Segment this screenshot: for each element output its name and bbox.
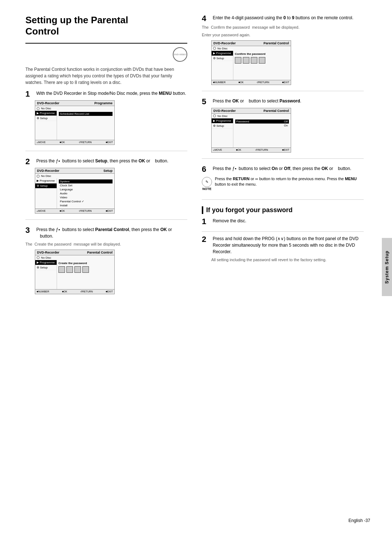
step-6-header: 6 Press the ƒ▪ buttons to select On or O… — [202, 165, 364, 173]
step-5-password-item: Password — [235, 120, 283, 124]
step-6-number: 6 — [202, 165, 210, 173]
intro-text: The Parental Control function works in c… — [25, 66, 187, 86]
step-5-screen-body: ▶ Programme ⚙ Setup Password Off On — [212, 118, 291, 147]
step-5-screen: DVD-Recorder Parental Control No Disc ▶ … — [211, 108, 291, 153]
step-3-programme: ▶ Programme — [35, 260, 57, 265]
step-3-screen-header: DVD-Recorder Parental Control — [35, 250, 114, 255]
step-3-text: Press the ƒ▪ buttons to select Parental … — [36, 226, 187, 239]
step-5-no-disc: No Disc — [212, 114, 291, 118]
step-5-screen-header: DVD-Recorder Parental Control — [212, 108, 291, 114]
content: Setting up the Parental Control DVD-VIDE… — [0, 0, 382, 534]
step-2-system: System — [59, 179, 113, 183]
step-1-no-disc: No Disc — [35, 106, 114, 111]
step-3-screen-body: ▶ Programme ⚙ Setup Create the password — [35, 260, 114, 289]
step-3-password-boxes — [58, 266, 113, 273]
step-2-number: 2 — [25, 158, 33, 166]
forgot-step-2: 2 Press and hold down the PROG (∧∨) butt… — [202, 235, 364, 263]
step-4-header: 4 Enter the 4-digit password using the 0… — [202, 15, 364, 23]
page-title: Setting up the Parental Control — [25, 15, 187, 37]
step-2-screen-body: ▶ Programme ⚙ Setup System Clock Set Lan… — [35, 178, 114, 209]
forgot-step-2-header: 2 Press and hold down the PROG (∧∨) butt… — [202, 235, 364, 255]
step-1-menu-setup: ⚙ Setup — [35, 116, 57, 121]
step-2-header: 2 Press the ƒ▪ buttons to select Setup, … — [25, 158, 187, 166]
forgot-step-2-subtext: All setting including the password will … — [211, 257, 364, 263]
disc-circle-icon-4 — [213, 47, 216, 50]
step-4-block: 4 Enter the 4-digit password using the 0… — [202, 15, 364, 91]
pwd-box-2 — [66, 266, 73, 273]
step-4-right-content: Confirm the password — [233, 51, 291, 80]
step-2-video: Video — [59, 195, 113, 199]
step-3-screen-footer: ■NUMBER ■OK ↺RETURN ■EXIT — [35, 289, 114, 294]
pwd-box-c2 — [243, 57, 249, 64]
step-5-menu-row: Password Off On — [235, 120, 289, 128]
step-1-scheduled: Scheduled Record List — [59, 112, 113, 116]
step-2-screen: DVD-Recorder Setup No Disc ▶ Programme ⚙… — [35, 168, 115, 214]
step-5-on-option: On — [283, 124, 289, 128]
step-3-left-menu: ▶ Programme ⚙ Setup — [35, 260, 57, 289]
pwd-box-c1 — [235, 57, 241, 64]
step-5-number: 5 — [202, 98, 210, 106]
forgot-section: If you forgot your password 1 Remove the… — [202, 206, 364, 271]
title-block: Setting up the Parental Control DVD-VIDE… — [25, 15, 187, 86]
step-1-screen-body: ▶ Programme ⚙ Setup Scheduled Record Lis… — [35, 111, 114, 140]
step-2-install: Install — [59, 203, 113, 207]
step-3-setup: ⚙ Setup — [35, 265, 57, 270]
step-5-right-content: Password Off On — [233, 118, 291, 147]
step-1-menu-programme: ▶ Programme — [35, 111, 57, 116]
step-1-number: 1 — [25, 90, 33, 98]
step-3-subtext: The Create the password message will be … — [25, 242, 187, 247]
note-label: NOTE — [202, 187, 211, 191]
step-4-setup: ⚙ Setup — [212, 56, 233, 61]
left-column: Setting up the Parental Control DVD-VIDE… — [25, 15, 187, 512]
step-6-text: Press the ƒ▪ buttons to select On or Off… — [213, 165, 351, 172]
step-4-no-disc: No Disc — [212, 46, 291, 51]
step-3-create-label: Create the password — [58, 262, 113, 265]
note-text: Press the RETURN or ∞ button to return t… — [215, 176, 364, 187]
forgot-heading: If you forgot your password — [202, 206, 364, 214]
note-icon: ✎ — [202, 177, 212, 187]
step-2-left-menu: ▶ Programme ⚙ Setup — [35, 178, 57, 209]
step-4-subtext2: Enter your password again. — [202, 32, 364, 38]
step-2-programme: ▶ Programme — [35, 178, 57, 183]
step-2-clockset: Clock Set — [59, 183, 113, 187]
step-4-screen: DVD-Recorder Parental Control No Disc ▶ … — [211, 40, 291, 85]
pwd-box-c4 — [259, 57, 265, 64]
step-4-text: Enter the 4-digit password using the 0 t… — [213, 15, 354, 21]
step-2-screen-footer: ▵MOVE ■OK ↺RETURN ■EXIT — [35, 209, 114, 213]
page-number: English -37 — [348, 518, 370, 523]
step-4-screen-footer: ■NUMBER ■OK ↺RETURN ■EXIT — [212, 80, 291, 85]
step-1-screen: DVD-Recorder Programme No Disc ▶ Program… — [35, 100, 115, 145]
step-4-subtext1: The Confirm the password message will be… — [202, 25, 364, 30]
step-1-left-menu: ▶ Programme ⚙ Setup — [35, 111, 57, 140]
step-2-parental: Parental Control ✓ — [59, 199, 113, 203]
step-5-header: 5 Press the OK or button to select Passw… — [202, 98, 364, 106]
disc-circle-icon-3 — [37, 256, 40, 259]
forgot-step-2-number: 2 — [202, 235, 210, 243]
step-4-confirm-label: Confirm the password — [235, 52, 289, 56]
disc-circle-icon — [37, 107, 40, 110]
forgot-step-1-number: 1 — [202, 218, 210, 226]
step-4-programme: ▶ Programme — [212, 51, 233, 56]
note-icon-container: ✎ NOTE — [202, 176, 212, 191]
forgot-step-2-text: Press and hold down the PROG (∧∨) button… — [213, 235, 364, 255]
step-5-screen-footer: ▵MOVE ■OK ↺RETURN ■EXIT — [212, 147, 291, 152]
step-5-programme: ▶ Programme — [212, 118, 233, 124]
dvd-icon-label: DVD-VIDEO — [174, 53, 186, 56]
forgot-step-1-header: 1 Remove the disc. — [202, 218, 364, 226]
step-3-number: 3 — [25, 226, 33, 234]
step-1-block: 1 With the DVD Recorder in Stop mode/No … — [25, 90, 187, 151]
step-1-screen-header: DVD-Recorder Programme — [35, 101, 114, 106]
step-2-text: Press the ƒ▪ buttons to select Setup, th… — [36, 158, 168, 164]
disc-circle-icon-5 — [213, 114, 216, 117]
pwd-box-c3 — [251, 57, 257, 64]
step-5-setup: ⚙ Setup — [212, 124, 233, 129]
sidebar-tab: System Setup — [382, 238, 392, 296]
step-3-header: 3 Press the ƒ▪ buttons to select Parenta… — [25, 226, 187, 239]
step-2-screen-header: DVD-Recorder Setup — [35, 168, 114, 174]
step-2-no-disc: No Disc — [35, 174, 114, 178]
step-3-block: 3 Press the ƒ▪ buttons to select Parenta… — [25, 226, 187, 300]
step-2-audio: Audio — [59, 191, 113, 195]
pwd-box-4 — [82, 266, 89, 273]
step-1-header: 1 With the DVD Recorder in Stop mode/No … — [25, 90, 187, 98]
step-5-right-options: Off On — [283, 120, 289, 128]
